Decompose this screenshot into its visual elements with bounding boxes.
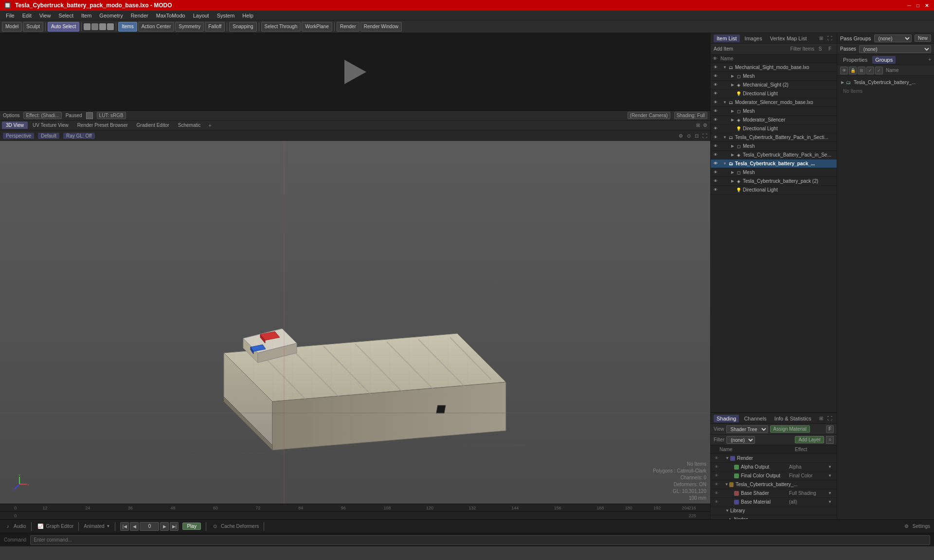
- tab-shading[interactable]: Shading: [714, 415, 739, 422]
- tree-item-8[interactable]: 👁 💡 Directional Light: [711, 124, 837, 133]
- menu-help[interactable]: Help: [238, 12, 257, 19]
- filter-s-icon[interactable]: S: [816, 45, 824, 53]
- graph-editor-item[interactable]: 📈 Graph Editor: [36, 523, 74, 530]
- tab-channels[interactable]: Channels: [741, 415, 769, 422]
- tab-3d-view[interactable]: 3D View: [2, 122, 28, 129]
- tree-item-4[interactable]: 👁 💡 Directional Light: [711, 89, 837, 98]
- eye-icon-1[interactable]: 👁: [713, 65, 718, 70]
- tree-item-1[interactable]: 👁 ▼ 🗂 Mechanical_Sight_modo_base.lxo: [711, 63, 837, 72]
- shading-icon-1[interactable]: ⊞: [817, 415, 825, 422]
- shader-tesla-mat[interactable]: 👁 ▼ Tesla_Cybertruck_battery_...: [711, 480, 837, 489]
- skip-end-button[interactable]: ▶|: [170, 522, 179, 531]
- tree-item-5[interactable]: 👁 ▼ 🗂 Moderator_Silencer_modo_base.lxo: [711, 98, 837, 107]
- menu-edit[interactable]: Edit: [18, 12, 36, 19]
- groups-tool-eye[interactable]: 👁: [840, 67, 848, 74]
- menu-system[interactable]: System: [213, 12, 239, 19]
- menu-select[interactable]: Select: [54, 12, 77, 19]
- menu-maxtomodo[interactable]: MaxToModo: [152, 12, 189, 19]
- tree-item-13[interactable]: 👁 ▶ ◻ Mesh: [711, 168, 837, 177]
- prev-frame-button[interactable]: ◀: [130, 522, 139, 531]
- shader-vis-1[interactable]: 👁: [714, 455, 719, 461]
- eye-icon-3[interactable]: 👁: [713, 82, 718, 88]
- eye-icon-15[interactable]: 👁: [713, 187, 718, 193]
- audio-item[interactable]: ♪ Audio: [4, 523, 26, 530]
- shader-vis-2[interactable]: 👁: [714, 464, 719, 470]
- eye-icon-9[interactable]: 👁: [713, 135, 718, 140]
- ray-gl-label[interactable]: Ray GL: Off: [63, 133, 95, 139]
- maximize-button[interactable]: □: [915, 2, 921, 9]
- passes-select[interactable]: (none): [859, 45, 931, 53]
- command-input[interactable]: [30, 535, 930, 545]
- f-button[interactable]: F: [826, 425, 834, 433]
- snapping-button[interactable]: Snapping: [229, 22, 256, 32]
- groups-tool-expand[interactable]: ⊞: [858, 67, 865, 74]
- tab-add-button[interactable]: +: [206, 122, 215, 129]
- shading-style-label[interactable]: Default: [38, 133, 59, 139]
- sculpt-button[interactable]: Sculpt: [23, 22, 43, 32]
- menu-file[interactable]: File: [2, 12, 18, 19]
- panel-icon-2[interactable]: ⛶: [826, 35, 834, 42]
- tree-item-12[interactable]: 👁 ▼ 🗂 Tesla_Cybertruck_battery_pack_...: [711, 159, 837, 168]
- groups-expand-icon[interactable]: +: [928, 57, 931, 62]
- tab-groups[interactable]: Groups: [872, 56, 896, 64]
- frame-input[interactable]: [140, 522, 159, 531]
- shader-final-color[interactable]: 👁 Final Color Output Final Color ▼: [711, 472, 837, 480]
- workplane-button[interactable]: WorkPlane: [302, 22, 332, 32]
- viewport-3d[interactable]: Perspective Default Ray GL: Off ⚙ ⊙ ⊡ ⛶: [0, 130, 710, 504]
- view-type-label[interactable]: Perspective: [3, 133, 34, 139]
- items-button[interactable]: Items: [118, 22, 137, 32]
- eye-icon-8[interactable]: 👁: [713, 126, 718, 132]
- shader-alpha-output[interactable]: 👁 Alpha Output Alpha ▼: [711, 463, 837, 472]
- pass-groups-select[interactable]: (none): [874, 35, 912, 42]
- tree-item-9[interactable]: 👁 ▼ 🗂 Tesla_Cybertruck_Battery_Pack_in_S…: [711, 133, 837, 142]
- render-window-button[interactable]: Render Window: [360, 22, 402, 32]
- skip-start-button[interactable]: |◀: [120, 522, 129, 531]
- shader-base-material[interactable]: 👁 Base Material (all) ▼: [711, 498, 837, 507]
- eye-icon-4[interactable]: 👁: [713, 91, 718, 97]
- shader-vis-4[interactable]: 👁: [714, 482, 719, 488]
- tree-item-10[interactable]: 👁 ▶ ◻ Mesh: [711, 142, 837, 151]
- eye-icon-10[interactable]: 👁: [713, 143, 718, 149]
- tab-info-stats[interactable]: Info & Statistics: [772, 415, 814, 422]
- minimize-button[interactable]: ─: [906, 2, 913, 9]
- viewport-options-icon[interactable]: ⚙: [702, 122, 708, 129]
- tree-item-14[interactable]: 👁 ▶ ◈ Tesla_Cybertruck_battery_pack (2): [711, 177, 837, 186]
- tab-gradient-editor[interactable]: Gradient Editor: [133, 122, 173, 129]
- tab-render-preset[interactable]: Render Preset Browser: [73, 122, 132, 129]
- menu-render[interactable]: Render: [127, 12, 152, 19]
- tree-item-15[interactable]: 👁 💡 Directional Light: [711, 186, 837, 194]
- menu-layout[interactable]: Layout: [189, 12, 213, 19]
- tab-images[interactable]: Images: [742, 35, 765, 42]
- tab-uv-texture[interactable]: UV Texture View: [29, 122, 72, 129]
- eye-icon-2[interactable]: 👁: [713, 73, 718, 79]
- play-button[interactable]: Play: [182, 523, 200, 530]
- shader-base-shader[interactable]: 👁 Base Shader Full Shading ▼: [711, 489, 837, 498]
- animated-item[interactable]: Animated ▼: [84, 524, 110, 529]
- render-button[interactable]: Render: [337, 22, 359, 32]
- groups-tool-check1[interactable]: ✓: [866, 67, 874, 74]
- tree-item-6[interactable]: 👁 ▶ ◻ Mesh: [711, 107, 837, 116]
- menu-geometry[interactable]: Geometry: [95, 12, 126, 19]
- tab-item-list[interactable]: Item List: [714, 35, 740, 42]
- tree-item-2[interactable]: 👁 ▶ ◻ Mesh: [711, 72, 837, 81]
- assign-material-button[interactable]: Assign Material: [770, 425, 810, 433]
- eye-icon-14[interactable]: 👁: [713, 178, 718, 184]
- menu-item[interactable]: Item: [77, 12, 95, 19]
- menu-view[interactable]: View: [36, 12, 55, 19]
- shader-render[interactable]: 👁 ▼ Render: [711, 454, 837, 463]
- tab-vertex-map[interactable]: Vertex Map List: [767, 35, 810, 42]
- add-layer-button[interactable]: Add Layer: [795, 436, 824, 443]
- eye-icon-13[interactable]: 👁: [713, 170, 718, 175]
- window-controls[interactable]: ─ □ ✕: [906, 2, 930, 9]
- tree-item-11[interactable]: 👁 ▶ ◈ Tesla_Cybertruck_Battery_Pack_in_S…: [711, 151, 837, 159]
- eye-icon-5[interactable]: 👁: [713, 100, 718, 105]
- panel-icon-1[interactable]: ⊞: [817, 35, 825, 42]
- item-list[interactable]: 👁 ▼ 🗂 Mechanical_Sight_modo_base.lxo 👁 ▶…: [711, 63, 837, 412]
- filter-f-icon[interactable]: F: [826, 45, 834, 53]
- shader-vis-5[interactable]: 👁: [714, 490, 719, 496]
- groups-tool-check2[interactable]: ✓: [875, 67, 883, 74]
- shader-list[interactable]: 👁 ▼ Render 👁 Alpha Output Alpha ▼: [711, 454, 837, 519]
- filter-select[interactable]: (none): [726, 436, 755, 444]
- add-layer-s-btn[interactable]: S: [826, 436, 834, 444]
- eye-icon-7[interactable]: 👁: [713, 117, 718, 123]
